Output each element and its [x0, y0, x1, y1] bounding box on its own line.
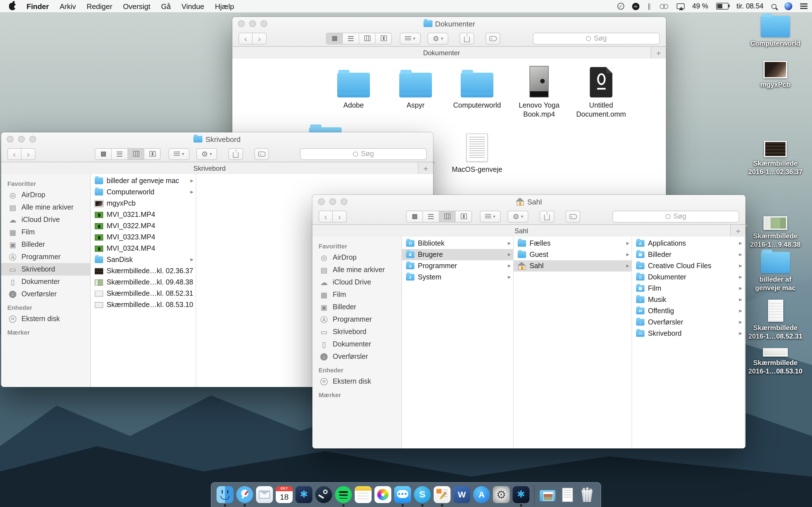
dock-spotify-icon[interactable] — [335, 486, 352, 503]
desktop-icon-screenshot-2[interactable]: Skærmbillede 2016-1…9.48.38 — [744, 216, 806, 249]
menu-arkiv[interactable]: Arkiv — [59, 2, 76, 10]
file-row[interactable]: billeder af genveje mac▶ — [91, 175, 196, 186]
zoom-button[interactable] — [260, 20, 267, 27]
sidebar-item-all-my-files[interactable]: ▤Alle mine arkiver — [1, 201, 90, 214]
search-input[interactable]: Søg — [300, 148, 427, 160]
file-row-creative-cloud[interactable]: ∞Creative Cloud Files▶ — [632, 260, 744, 272]
sidebar-item-skrivebord[interactable]: ▭Skrivebord — [1, 263, 90, 276]
column-view-button[interactable] — [128, 149, 144, 159]
sidebar-item-ekstern-disk[interactable]: Ekstern disk — [312, 375, 402, 388]
file-aspyr[interactable]: Aspyr — [388, 73, 444, 110]
dock-trash-icon[interactable] — [578, 486, 596, 503]
file-row-guest[interactable]: Guest▶ — [514, 249, 631, 260]
file-row-skrivebord[interactable]: ▭Skrivebord▶ — [632, 328, 744, 339]
back-button[interactable]: ‹ — [239, 33, 253, 44]
bluetooth-icon[interactable]: ᛒ — [647, 2, 652, 10]
icon-view-button[interactable] — [407, 211, 423, 222]
dock-safari-icon[interactable] — [236, 486, 253, 503]
share-button[interactable] — [229, 148, 243, 160]
file-row[interactable]: MVI_0322.MP4 — [91, 220, 196, 231]
new-tab-button[interactable]: + — [730, 225, 746, 237]
dock-skype-icon[interactable]: S — [414, 486, 431, 503]
dock-notes-icon[interactable] — [355, 486, 371, 503]
search-input[interactable]: Søg — [533, 33, 660, 44]
share-button[interactable] — [540, 210, 554, 222]
sidebar-item-airdrop[interactable]: ◎AirDrop — [1, 189, 90, 201]
window-titlebar[interactable]: Dokumenter ‹› ▾ ⚙▾ Søg — [232, 17, 666, 47]
forward-button[interactable]: › — [333, 210, 347, 222]
dock-battlenet-2-icon[interactable]: ✱ — [513, 486, 529, 503]
sidebar-item-billeder[interactable]: ▣Billeder — [312, 301, 402, 313]
tags-button[interactable] — [566, 210, 580, 222]
home-proxy-icon[interactable] — [516, 198, 524, 206]
arrange-button[interactable]: ▾ — [480, 210, 501, 222]
sidebar-item-billeder[interactable]: ▣Billeder — [1, 238, 90, 251]
search-input[interactable]: Søg — [612, 210, 739, 222]
zoom-button[interactable] — [29, 136, 36, 143]
file-row[interactable]: MVI_0321.MP4 — [91, 209, 196, 220]
battery-icon[interactable] — [716, 3, 728, 10]
arrange-button[interactable]: ▾ — [168, 148, 190, 160]
menu-vindue[interactable]: Vindue — [182, 2, 204, 10]
file-row-faelles[interactable]: Fælles▶ — [514, 238, 631, 249]
notification-center-icon[interactable] — [800, 3, 808, 9]
close-button[interactable] — [7, 136, 13, 143]
file-lenovo-yoga-book[interactable]: Lenovo YogaBook.mp4 — [511, 66, 567, 119]
sidebar-item-programmer[interactable]: ⒶProgrammer — [312, 313, 402, 326]
airplay-icon[interactable] — [676, 3, 684, 9]
tags-button[interactable] — [254, 148, 269, 160]
battery-percent[interactable]: 49 % — [692, 2, 708, 10]
sidebar-item-programmer[interactable]: ⒶProgrammer — [1, 251, 90, 263]
dock-steam-icon[interactable] — [315, 486, 332, 503]
file-row-overforsler[interactable]: ↓Overførsler▶ — [632, 317, 744, 328]
minimize-button[interactable] — [329, 198, 336, 205]
desktop-icon-computerworld[interactable]: Computerworld — [744, 16, 806, 48]
file-row-sahl-home[interactable]: Sahl▶ — [514, 260, 631, 272]
icon-view-button[interactable] — [326, 33, 343, 44]
file-row-applications[interactable]: AApplications▶ — [632, 238, 744, 249]
forward-button[interactable]: › — [21, 148, 36, 160]
list-view-button[interactable] — [112, 149, 128, 159]
sidebar-item-dokumenter[interactable]: ▯Dokumenter — [312, 338, 402, 350]
new-tab-button[interactable]: + — [651, 47, 666, 59]
dock-finder-icon[interactable] — [216, 486, 234, 503]
close-button[interactable] — [238, 20, 245, 27]
file-row[interactable]: Skærmbillede…kl. 08.53.10 — [91, 299, 196, 311]
sidebar-item-overforsler[interactable]: ↓Overførsler — [312, 350, 402, 363]
sidebar-item-icloud-drive[interactable]: ☁iCloud Drive — [1, 214, 90, 226]
file-untitled-document[interactable]: UntitledDocument.omm — [573, 67, 629, 119]
sidebar-item-film[interactable]: ▦Film — [312, 288, 402, 301]
file-row-dokumenter[interactable]: ▯Dokumenter▶ — [632, 272, 744, 283]
dock-calendar-icon[interactable]: OKT18 — [276, 486, 293, 503]
coverflow-view-button[interactable] — [144, 149, 160, 159]
siri-icon[interactable] — [784, 2, 792, 10]
back-button[interactable]: ‹ — [319, 210, 333, 222]
menu-finder[interactable]: Finder — [27, 2, 49, 10]
share-button[interactable] — [460, 33, 474, 44]
tab-skrivebord[interactable]: Skrivebord — [1, 162, 418, 174]
dock-system-preferences-icon[interactable]: ⚙ — [493, 486, 510, 503]
list-view-button[interactable] — [423, 211, 439, 222]
file-row-system[interactable]: XSystem▶ — [402, 272, 513, 283]
dock-appstore-icon[interactable]: A — [473, 486, 490, 503]
folder-proxy-icon[interactable] — [194, 136, 203, 143]
folder-proxy-icon[interactable] — [423, 20, 432, 27]
clock-check-icon[interactable]: ✓ — [617, 3, 624, 10]
file-row-billeder[interactable]: ▣Billeder▶ — [632, 249, 744, 260]
file-row[interactable]: Computerworld▶ — [91, 186, 196, 198]
handoff-icon[interactable] — [659, 3, 668, 9]
file-computerworld[interactable]: Computerworld — [449, 73, 505, 110]
list-view-button[interactable] — [343, 33, 359, 44]
window-titlebar[interactable]: Sahl ‹› ▾ ⚙▾ Søg — [312, 195, 746, 225]
creative-cloud-icon[interactable]: ∞ — [632, 3, 639, 10]
dock-documents-stack-icon[interactable] — [559, 486, 576, 503]
tab-sahl[interactable]: Sahl — [312, 225, 730, 237]
menu-rediger[interactable]: Rediger — [87, 2, 112, 10]
dock-messages-icon[interactable]: ●●● — [394, 486, 411, 503]
back-button[interactable]: ‹ — [7, 148, 21, 160]
dock-photos-icon[interactable] — [374, 486, 391, 503]
file-macos-genveje[interactable]: MacOS-genveje — [449, 133, 505, 174]
minimize-button[interactable] — [249, 20, 256, 27]
dock-battlenet-icon[interactable]: ✱ — [296, 486, 312, 503]
file-row-programmer[interactable]: AProgrammer▶ — [402, 260, 513, 272]
